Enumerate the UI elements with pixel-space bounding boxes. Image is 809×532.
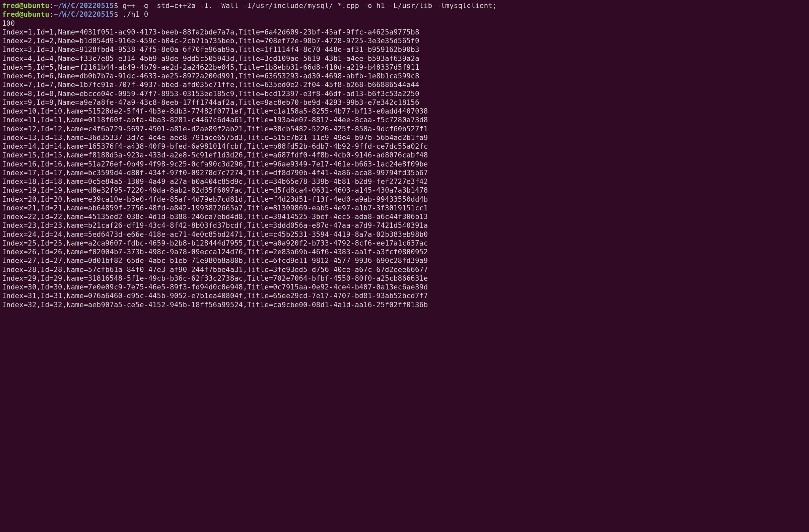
output-row: Index=21,Id=21,Name=ab64859f-2756-48fd-a… (2, 204, 807, 212)
command-line-0[interactable]: fred@ubuntu:~/W/C/20220515$ g++ -g -std=… (2, 1, 807, 10)
output-row: Index=24,Id=24,Name=5ed6473d-e66e-418e-a… (2, 230, 807, 239)
output-row: Index=4,Id=4,Name=f33c7e85-e314-4bb9-a9d… (2, 54, 807, 63)
output-row: Index=9,Id=9,Name=a9e7a8fe-47a9-43c8-8ee… (2, 98, 807, 107)
prompt-colon: : (49, 2, 54, 10)
output-row: Index=2,Id=2,Name=b1d054d9-916e-459c-b04… (2, 36, 807, 45)
output-row: Index=22,Id=22,Name=45135ed2-038c-4d1d-b… (2, 212, 807, 221)
output-row: Index=20,Id=20,Name=e39ca10e-b3e0-4fde-8… (2, 195, 807, 204)
prompt-dollar: $ (114, 2, 123, 10)
output-row: Index=25,Id=25,Name=a2ca9607-fdbc-4659-b… (2, 239, 807, 247)
prompt-user: fred (2, 2, 19, 10)
output-row: Index=16,Id=16,Name=51a276ef-0b49-4f98-9… (2, 160, 807, 169)
prompt-colon: : (49, 11, 54, 18)
prompt-host: ubuntu (23, 11, 49, 18)
output-row: Index=29,Id=29,Name=31816548-5f1e-49cb-b… (2, 274, 807, 283)
output-row: Index=5,Id=5,Name=f2161b44-ab49-4b79-ae2… (2, 63, 807, 72)
output-row: Index=6,Id=6,Name=db0b7b7a-91dc-4633-ae2… (2, 72, 807, 81)
output-row: Index=3,Id=3,Name=9128fbd4-9538-47f5-8e0… (2, 45, 807, 54)
prompt-at: @ (19, 11, 23, 18)
output-row: Index=11,Id=11,Name=0118f60f-abfa-4ba3-8… (2, 116, 807, 124)
output-row: Index=18,Id=18,Name=0c5e84a5-1309-4a49-a… (2, 177, 807, 186)
command-line-1[interactable]: fred@ubuntu:~/W/C/20220515$ ./h1 0 (2, 10, 807, 19)
prompt-at: @ (19, 2, 23, 10)
output-row: Index=19,Id=19,Name=d8e32f95-7220-49da-8… (2, 186, 807, 195)
output-row: Index=31,Id=31,Name=076a6460-d95c-445b-9… (2, 291, 807, 300)
output-row: Index=27,Id=27,Name=0d01bf82-65de-4abc-b… (2, 256, 807, 265)
output-row: Index=23,Id=23,Name=b21caf26-df19-43c4-8… (2, 221, 807, 230)
output-row: Index=12,Id=12,Name=c4f6a729-5697-4501-a… (2, 125, 807, 133)
prompt-host: ubuntu (23, 2, 49, 10)
output-row: Index=8,Id=8,Name=ebcce04c-0959-47f7-895… (2, 89, 807, 98)
output-row: Index=26,Id=26,Name=f02004b7-373b-498c-9… (2, 247, 807, 256)
output-row: Index=13,Id=13,Name=36d35337-3d7c-4c4e-a… (2, 133, 807, 142)
output-row: Index=15,Id=15,Name=f8188d5a-923a-433d-a… (2, 151, 807, 159)
output-row: Index=28,Id=28,Name=57cfb61a-84f0-47e3-a… (2, 265, 807, 274)
terminal[interactable]: fred@ubuntu:~/W/C/20220515$ g++ -g -std=… (0, 0, 809, 311)
output-row: Index=1,Id=1,Name=4031f051-ac90-4173-bee… (2, 28, 807, 36)
output-row: Index=17,Id=17,Name=bc3599d4-d80f-434f-9… (2, 169, 807, 177)
output-row: Index=7,Id=7,Name=1b7fc91a-707f-4937-bbe… (2, 81, 807, 89)
output-preamble-0: 100 (2, 19, 807, 28)
prompt-cwd: ~/W/C/20220515 (54, 2, 114, 10)
output-row: Index=14,Id=14,Name=165376f4-a438-40f9-b… (2, 142, 807, 151)
command-text: g++ -g -std=c++2a -I. -Wall -I/usr/inclu… (123, 2, 497, 10)
prompt-dollar: $ (114, 11, 123, 18)
prompt-user: fred (2, 11, 19, 18)
command-text: ./h1 0 (123, 11, 149, 18)
output-row: Index=32,Id=32,Name=aeb907a5-ce5e-4152-9… (2, 301, 807, 309)
prompt-cwd: ~/W/C/20220515 (54, 11, 114, 18)
output-row: Index=30,Id=30,Name=7e0e09c9-7e75-46e5-8… (2, 283, 807, 291)
output-row: Index=10,Id=10,Name=51528de2-5f4f-4b3e-8… (2, 107, 807, 116)
